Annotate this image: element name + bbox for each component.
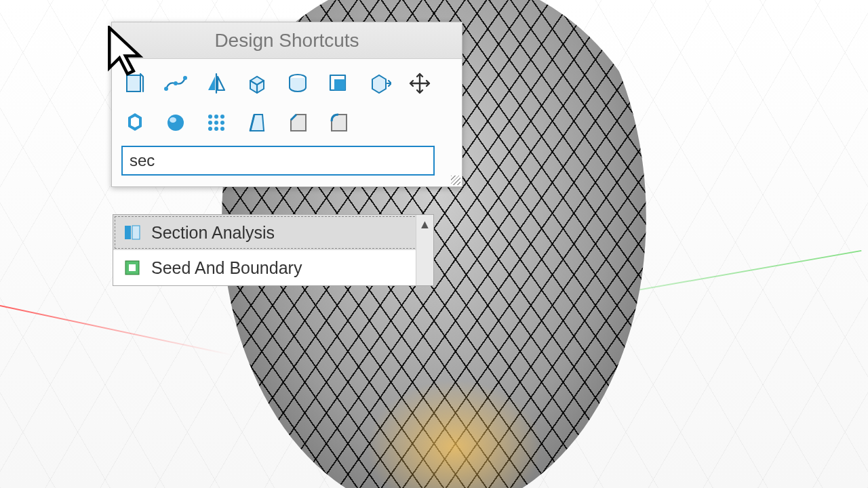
mirror-icon[interactable]: [203, 70, 230, 97]
svg-point-15: [208, 127, 212, 131]
svg-point-17: [220, 127, 224, 131]
svg-rect-18: [125, 226, 131, 239]
pattern-icon[interactable]: [203, 109, 230, 136]
svg-point-8: [170, 117, 176, 123]
shortcut-toolbar: [112, 59, 451, 143]
svg-point-7: [167, 115, 184, 131]
new-sketch-icon[interactable]: [121, 70, 149, 97]
svg-point-12: [208, 121, 212, 125]
design-shortcuts-panel: Design Shortcuts: [111, 22, 462, 187]
svg-point-9: [208, 115, 212, 119]
svg-rect-0: [127, 75, 140, 92]
command-suggestions: Section Analysis Seed And Boundary ▲: [113, 214, 434, 286]
svg-point-11: [220, 115, 224, 119]
svg-point-14: [220, 121, 224, 125]
svg-point-16: [214, 127, 218, 131]
panel-resize-grip[interactable]: [451, 176, 460, 185]
revolve-icon[interactable]: [284, 70, 311, 97]
extrude-icon[interactable]: [243, 70, 271, 97]
section-analysis-icon: [123, 223, 142, 242]
svg-rect-19: [132, 226, 140, 239]
press-pull-icon[interactable]: [366, 70, 393, 97]
seed-boundary-icon: [123, 258, 142, 277]
scroll-up-arrow-icon[interactable]: ▲: [419, 218, 431, 232]
svg-rect-21: [129, 264, 136, 271]
command-search-input[interactable]: [121, 146, 435, 176]
fillet-icon[interactable]: [325, 109, 352, 136]
chamfer-icon[interactable]: [284, 109, 311, 136]
model-highlight: [366, 380, 542, 488]
svg-point-10: [214, 115, 218, 119]
sphere-icon[interactable]: [162, 109, 189, 136]
cad-viewport[interactable]: Design Shortcuts: [0, 0, 868, 488]
suggestion-label: Section Analysis: [151, 223, 275, 243]
move-icon[interactable]: [406, 70, 433, 97]
panel-title: Design Shortcuts: [112, 22, 462, 59]
spline-icon[interactable]: [162, 70, 189, 97]
shell-icon[interactable]: [121, 109, 149, 136]
svg-point-1: [164, 87, 168, 91]
svg-point-2: [174, 81, 178, 85]
suggestion-label: Seed And Boundary: [151, 258, 302, 278]
suggestion-section-analysis[interactable]: Section Analysis: [113, 215, 433, 250]
offset-face-icon[interactable]: [325, 70, 352, 97]
suggestion-seed-boundary[interactable]: Seed And Boundary: [113, 250, 433, 285]
svg-rect-6: [334, 79, 345, 90]
draft-icon[interactable]: [243, 109, 271, 136]
svg-point-13: [214, 121, 218, 125]
suggestions-scrollbar[interactable]: ▲: [416, 215, 433, 285]
svg-point-3: [183, 76, 187, 80]
